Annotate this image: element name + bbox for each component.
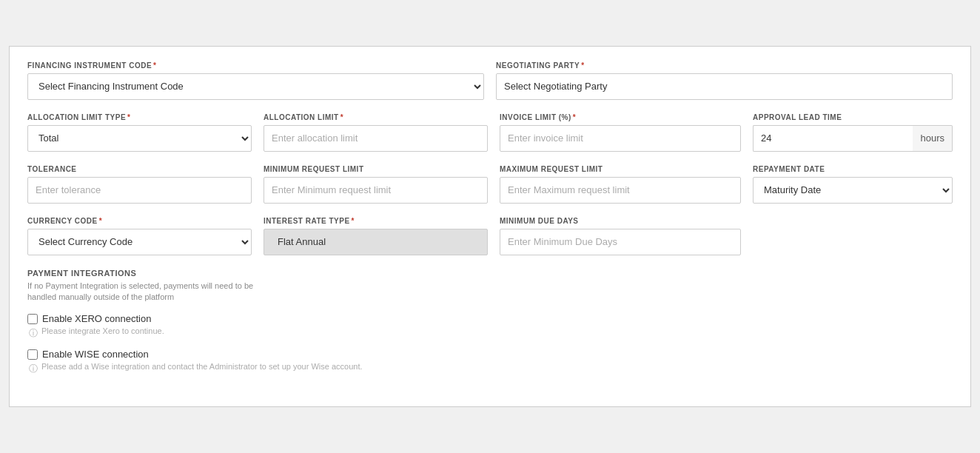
wise-checkbox[interactable] (27, 349, 38, 360)
financing-instrument-group: FINANCING INSTRUMENT CODE* Select Financ… (27, 61, 484, 100)
xero-info-icon: ⓘ (29, 327, 38, 340)
allocation-limit-label: ALLOCATION LIMIT* (264, 113, 488, 121)
hours-suffix: hours (913, 125, 953, 152)
negotiating-party-label: NEGOTIATING PARTY* (496, 61, 953, 70)
allocation-limit-type-label: ALLOCATION LIMIT TYPE* (27, 113, 252, 121)
row-currency: CURRENCY CODE* Select Currency Code INTE… (27, 217, 953, 255)
payment-integrations-note: If no Payment Integration is selected, p… (27, 281, 257, 303)
tolerance-group: TOLERANCE (27, 165, 252, 204)
xero-label: Enable XERO connection (42, 313, 151, 324)
negotiating-party-input[interactable] (496, 73, 953, 100)
minimum-request-limit-label: MINIMUM REQUEST LIMIT (264, 165, 488, 173)
wise-note-row: ⓘ Please add a Wise integration and cont… (29, 362, 953, 375)
maximum-request-limit-input[interactable] (500, 177, 741, 204)
xero-checkbox-row: Enable XERO connection (27, 313, 953, 324)
repayment-date-label: REPAYMENT DATE (753, 165, 953, 173)
financing-instrument-select[interactable]: Select Financing Instrument Code (27, 73, 484, 100)
row-tolerance: TOLERANCE MINIMUM REQUEST LIMIT MAXIMUM … (27, 165, 953, 204)
tolerance-label: TOLERANCE (27, 165, 252, 173)
invoice-limit-group: INVOICE LIMIT (%)* (500, 113, 741, 152)
minimum-request-limit-input[interactable] (264, 177, 488, 204)
minimum-due-days-group: MINIMUM DUE DAYS (500, 217, 741, 255)
invoice-limit-label: INVOICE LIMIT (%)* (500, 113, 741, 121)
currency-code-group: CURRENCY CODE* Select Currency Code (27, 217, 252, 255)
negotiating-party-group: NEGOTIATING PARTY* (496, 61, 953, 100)
allocation-limit-type-group: ALLOCATION LIMIT TYPE* Total (27, 113, 252, 152)
minimum-due-days-input[interactable] (500, 229, 741, 255)
maximum-request-limit-label: MAXIMUM REQUEST LIMIT (500, 165, 741, 173)
row-allocation: ALLOCATION LIMIT TYPE* Total ALLOCATION … (27, 113, 953, 152)
approval-lead-time-label: APPROVAL LEAD TIME (753, 113, 953, 121)
approval-lead-time-input-group: hours (753, 125, 953, 152)
payment-integrations-title: PAYMENT INTEGRATIONS (27, 269, 953, 278)
financing-instrument-label: FINANCING INSTRUMENT CODE* (27, 61, 484, 70)
interest-rate-type-group: INTEREST RATE TYPE* Flat Annual (264, 217, 488, 255)
xero-note-text: Please integrate Xero to continue. (41, 326, 164, 335)
repayment-date-group: REPAYMENT DATE Maturity Date (753, 165, 953, 204)
currency-code-label: CURRENCY CODE* (27, 217, 252, 225)
maximum-request-limit-group: MAXIMUM REQUEST LIMIT (500, 165, 741, 204)
repayment-date-select[interactable]: Maturity Date (753, 177, 953, 204)
payment-integrations-section: PAYMENT INTEGRATIONS If no Payment Integ… (27, 269, 953, 376)
tolerance-input[interactable] (27, 177, 252, 204)
row-financing-negotiating: FINANCING INSTRUMENT CODE* Select Financ… (27, 61, 953, 100)
currency-code-select[interactable]: Select Currency Code (27, 229, 252, 255)
wise-checkbox-row: Enable WISE connection (27, 349, 953, 360)
allocation-limit-group: ALLOCATION LIMIT* (264, 113, 488, 152)
form-container: FINANCING INSTRUMENT CODE* Select Financ… (9, 46, 971, 408)
invoice-limit-input[interactable] (500, 125, 741, 152)
xero-integration: Enable XERO connection ⓘ Please integrat… (27, 313, 953, 340)
wise-integration: Enable WISE connection ⓘ Please add a Wi… (27, 349, 953, 375)
xero-checkbox[interactable] (27, 314, 38, 324)
minimum-request-limit-group: MINIMUM REQUEST LIMIT (264, 165, 488, 204)
xero-note-row: ⓘ Please integrate Xero to continue. (29, 326, 953, 340)
allocation-limit-type-select[interactable]: Total (27, 125, 252, 152)
approval-lead-time-group: APPROVAL LEAD TIME hours (753, 113, 953, 152)
interest-rate-type-label: INTEREST RATE TYPE* (264, 217, 488, 225)
approval-lead-time-input[interactable] (753, 125, 913, 152)
minimum-due-days-label: MINIMUM DUE DAYS (500, 217, 741, 225)
allocation-limit-input[interactable] (264, 125, 488, 152)
interest-rate-type-button[interactable]: Flat Annual (264, 229, 488, 255)
wise-note-text: Please add a Wise integration and contac… (41, 362, 363, 371)
wise-info-icon: ⓘ (29, 363, 38, 375)
wise-label: Enable WISE connection (42, 349, 149, 360)
